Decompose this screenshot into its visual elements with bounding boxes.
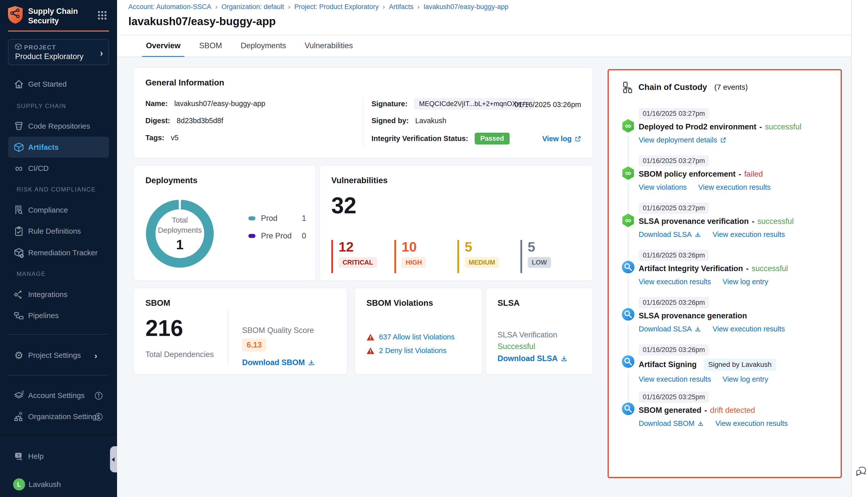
sidebar-collapse-handle[interactable] <box>110 446 117 472</box>
vulnerabilities-total: 32 <box>331 193 357 218</box>
view-execution-results-link[interactable]: View execution results <box>639 375 711 383</box>
view-execution-results-link[interactable]: View execution results <box>639 278 711 286</box>
high-count: 10 <box>402 240 460 254</box>
event-separator: - <box>746 264 749 273</box>
app-window: Supply Chain Security PROJECT Product Ex… <box>0 0 868 497</box>
external-link-icon <box>575 136 581 142</box>
download-slsa-link[interactable]: Download SLSA <box>639 325 701 333</box>
sidebar-item-organization-settings[interactable]: ⚙ Organization Settings <box>8 406 109 427</box>
sbom-quality-label: SBOM Quality Score <box>242 326 314 335</box>
timeline-connector <box>628 324 628 356</box>
link-label: View execution results <box>712 230 785 239</box>
project-selector[interactable]: PROJECT Product Exploratory › <box>8 39 109 65</box>
legend-item-prod: Prod 1 <box>248 214 306 223</box>
sidebar-divider <box>8 334 109 335</box>
link-label: View deployment details <box>639 136 717 144</box>
sidebar-item-label: Compliance <box>28 206 68 214</box>
view-execution-results-link[interactable]: View execution results <box>712 325 785 333</box>
event-separator: - <box>739 170 741 179</box>
view-deployment-details-link[interactable]: View deployment details <box>639 136 726 144</box>
link-label: View execution results <box>639 375 711 383</box>
view-log-entry-link[interactable]: View log entry <box>723 278 768 286</box>
event-timestamp: 01/16/2025 03:27pm <box>639 108 709 119</box>
event-title: Artifact Integrity Verification <box>639 264 743 273</box>
event-timestamp: 01/16/2025 03:27pm <box>639 202 709 214</box>
timeline-connector <box>628 371 628 403</box>
high-badge: HIGH <box>402 257 426 268</box>
avatar: L <box>13 479 25 491</box>
tab-sbom[interactable]: SBOM <box>198 39 223 58</box>
sidebar-item-rule-definitions[interactable]: Rule Definitions <box>8 221 109 242</box>
event-separator: - <box>705 406 707 415</box>
severity-medium: 5 MEDIUM <box>457 240 523 273</box>
project-cube-icon <box>15 43 22 51</box>
download-icon <box>695 326 701 332</box>
sidebar-item-account-settings[interactable]: ⚙ Account Settings <box>8 385 109 406</box>
card-title: Deployments <box>145 176 198 185</box>
card-title: Vulnerabilities <box>331 176 388 185</box>
sidebar-item-integrations[interactable]: Integrations <box>8 284 109 305</box>
signature-timestamp: 01/16/2025 03:26pm <box>515 100 581 109</box>
warning-triangle-icon <box>366 333 375 341</box>
module-grid-icon[interactable] <box>97 10 107 20</box>
event-status: drift detected <box>710 406 755 415</box>
overview-content: General Information Name: lavakush07/eas… <box>117 57 851 497</box>
user-menu[interactable]: L Lavakush <box>8 474 109 495</box>
breadcrumb-artifacts[interactable]: Artifacts <box>389 3 414 11</box>
breadcrumb-account[interactable]: Account: Automation-SSCA <box>128 3 211 11</box>
chat-support-icon[interactable] <box>855 465 868 479</box>
svg-text:∞: ∞ <box>625 121 631 130</box>
sidebar-item-label: Remediation Tracker <box>28 248 98 257</box>
sidebar-section-supply-chain: SUPPLY CHAIN <box>17 102 66 110</box>
breadcrumb-current[interactable]: lavakush07/easy-buggy-app <box>424 3 509 11</box>
timeline-connector <box>628 277 628 309</box>
sidebar-item-help[interactable]: ? Help <box>8 446 109 467</box>
severity-critical: 12 CRITICAL <box>331 240 397 273</box>
tab-deployments[interactable]: Deployments <box>240 39 287 58</box>
sidebar-item-artifacts[interactable]: Artifacts <box>8 137 109 158</box>
sidebar-item-code-repositories[interactable]: </> Code Repositories <box>8 116 109 137</box>
breadcrumb-organization[interactable]: Organization: default <box>221 3 284 11</box>
event-status: successful <box>757 217 794 226</box>
sbom-violations-card: SBOM Violations 637 Allow list Violation… <box>355 288 482 374</box>
download-sbom-link[interactable]: Download SBOM <box>242 358 315 367</box>
allow-list-violations-link[interactable]: 637 Allow list Violations <box>379 333 454 341</box>
view-log-link[interactable]: View log <box>542 135 581 143</box>
download-sbom-link[interactable]: Download SBOM <box>639 420 704 428</box>
deny-list-violations-row: 2 Deny list Violations <box>366 346 447 355</box>
sidebar-item-cicd[interactable]: ∞ CI/CD <box>8 158 109 179</box>
view-log-entry-link[interactable]: View log entry <box>723 375 768 383</box>
view-execution-results-link[interactable]: View execution results <box>698 183 770 191</box>
link-label: Download SLSA <box>639 230 692 239</box>
breadcrumb-project[interactable]: Project: Product Exploratory <box>294 3 379 11</box>
link-label: Download SBOM <box>639 420 694 428</box>
card-title: SBOM Violations <box>366 298 433 308</box>
breadcrumb-separator: › <box>288 3 290 11</box>
scan-success-icon <box>621 260 635 275</box>
gear-icon: ⚙ <box>13 350 25 361</box>
code-repository-icon: </> <box>13 120 25 132</box>
download-slsa-link[interactable]: Download SLSA <box>639 230 701 239</box>
view-violations-link[interactable]: View violations <box>639 183 687 191</box>
critical-badge: CRITICAL <box>338 257 377 268</box>
sidebar-item-project-settings[interactable]: ⚙ Project Settings › <box>8 345 109 366</box>
tab-vulnerabilities[interactable]: Vulnerabilities <box>304 39 354 58</box>
sidebar-item-compliance[interactable]: Compliance <box>8 199 109 221</box>
event-title: SBOM policy enforcement <box>639 170 736 179</box>
slsa-card: SLSA SLSA Verification Successful Downlo… <box>486 288 593 374</box>
info-icon[interactable] <box>95 392 103 400</box>
tab-overview[interactable]: Overview <box>145 39 182 58</box>
sidebar-item-pipelines[interactable]: Pipelines <box>8 305 109 326</box>
sidebar-item-remediation-tracker[interactable]: Remediation Tracker <box>8 242 109 263</box>
supply-chain-security-logo-icon <box>7 5 24 24</box>
info-icon[interactable] <box>95 413 103 421</box>
event-status: successful <box>751 264 788 273</box>
view-execution-results-link[interactable]: View execution results <box>712 230 785 239</box>
view-execution-results-link[interactable]: View execution results <box>715 420 787 428</box>
event-status: successful <box>765 122 801 131</box>
artifacts-cube-icon <box>13 141 25 153</box>
sidebar-item-label: Get Started <box>28 80 67 88</box>
deny-list-violations-link[interactable]: 2 Deny list Violations <box>379 346 447 355</box>
sidebar-item-get-started[interactable]: Get Started <box>8 74 109 95</box>
download-slsa-link[interactable]: Download SLSA <box>497 354 568 363</box>
